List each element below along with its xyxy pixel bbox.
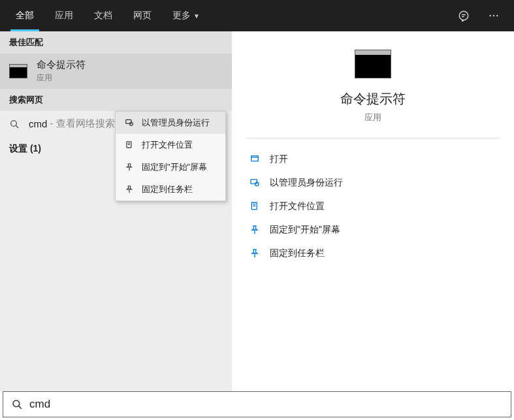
cm-open-location[interactable]: 打开文件位置 (116, 134, 225, 156)
action-run-admin-label: 以管理员身份运行 (270, 177, 343, 189)
web-query: cmd (29, 118, 47, 129)
result-subtitle: 应用 (37, 73, 86, 84)
action-pin-start[interactable]: 固定到"开始"屏幕 (244, 218, 502, 242)
action-open-location-label: 打开文件位置 (270, 201, 325, 212)
search-icon (11, 398, 23, 410)
search-input[interactable] (29, 398, 503, 411)
tab-apps[interactable]: 应用 (44, 0, 84, 31)
more-options-icon[interactable] (479, 0, 509, 31)
cm-pin-taskbar[interactable]: 固定到任务栏 (116, 178, 225, 201)
search-tabs: 全部 应用 文档 网页 更多 ▼ (5, 0, 210, 31)
tab-all[interactable]: 全部 (5, 0, 44, 31)
folder-icon (123, 140, 135, 150)
tab-more-label: 更多 (172, 10, 191, 22)
detail-app-icon (355, 50, 391, 78)
detail-panel: 命令提示符 应用 打开 以管理员身份运行 打开文件位置 (232, 31, 514, 391)
divider (246, 138, 500, 138)
svg-point-3 (11, 120, 17, 126)
cm-run-admin-label: 以管理员身份运行 (142, 117, 210, 129)
tab-web[interactable]: 网页 (123, 0, 162, 31)
svg-point-0 (490, 15, 491, 16)
open-icon (248, 154, 262, 165)
context-menu: 以管理员身份运行 打开文件位置 固定到"开始"屏幕 固定到任务栏 (115, 111, 226, 201)
svg-line-4 (16, 125, 18, 128)
svg-line-20 (19, 406, 22, 409)
cmd-icon (9, 64, 27, 78)
action-pin-start-label: 固定到"开始"屏幕 (270, 224, 340, 236)
search-icon (9, 119, 20, 129)
chevron-down-icon: ▼ (193, 12, 200, 20)
action-open-location[interactable]: 打开文件位置 (244, 195, 502, 218)
section-best-match: 最佳匹配 (0, 31, 232, 54)
action-run-admin[interactable]: 以管理员身份运行 (244, 171, 502, 195)
section-search-web: 搜索网页 (0, 89, 232, 111)
tab-more[interactable]: 更多 ▼ (162, 0, 210, 31)
svg-point-19 (13, 400, 20, 407)
svg-rect-11 (251, 156, 259, 161)
feedback-icon[interactable] (449, 0, 479, 31)
svg-rect-5 (126, 120, 131, 123)
admin-shield-icon (123, 118, 135, 127)
web-hint: - 查看网络搜索结 (50, 118, 124, 130)
cm-pin-start[interactable]: 固定到"开始"屏幕 (116, 156, 225, 178)
pin-start-icon (123, 163, 135, 172)
detail-header: 命令提示符 应用 (232, 50, 514, 123)
result-title: 命令提示符 (37, 59, 86, 71)
svg-point-2 (496, 15, 498, 16)
action-open-label: 打开 (270, 153, 288, 165)
pin-start-icon (248, 225, 262, 235)
admin-shield-icon (248, 178, 262, 188)
action-pin-taskbar[interactable]: 固定到任务栏 (244, 242, 502, 265)
search-bar[interactable] (3, 391, 511, 417)
detail-actions: 打开 以管理员身份运行 打开文件位置 固定到"开始"屏幕 (232, 145, 514, 268)
svg-point-1 (493, 15, 494, 16)
action-open[interactable]: 打开 (244, 148, 502, 171)
detail-title: 命令提示符 (340, 90, 406, 108)
pin-taskbar-icon (123, 185, 135, 194)
pin-taskbar-icon (248, 248, 262, 259)
cm-pin-start-label: 固定到"开始"屏幕 (142, 161, 207, 173)
top-bar: 全部 应用 文档 网页 更多 ▼ (0, 0, 514, 31)
action-pin-taskbar-label: 固定到任务栏 (270, 248, 325, 259)
detail-subtitle: 应用 (364, 112, 381, 123)
svg-rect-13 (251, 180, 257, 184)
cm-open-location-label: 打开文件位置 (142, 139, 193, 151)
results-panel: 最佳匹配 命令提示符 应用 搜索网页 cmd - 查看网络搜索结 设置 (1) … (0, 31, 232, 391)
folder-icon (248, 201, 262, 212)
tab-docs[interactable]: 文档 (84, 0, 123, 31)
result-cmd[interactable]: 命令提示符 应用 (0, 54, 232, 89)
cm-pin-taskbar-label: 固定到任务栏 (142, 184, 193, 195)
cm-run-admin[interactable]: 以管理员身份运行 (116, 112, 225, 134)
